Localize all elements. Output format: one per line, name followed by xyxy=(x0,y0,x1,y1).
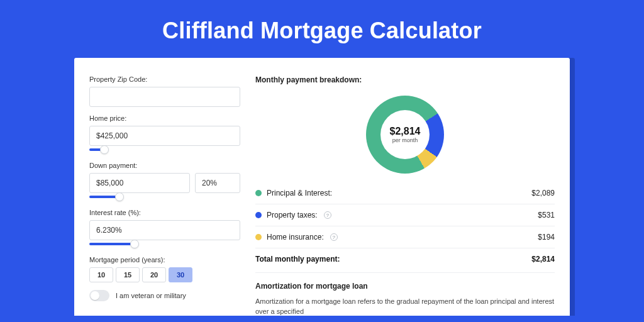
payment-donut-chart: $2,814 per month xyxy=(366,96,444,174)
period-option-15[interactable]: 15 xyxy=(116,267,140,282)
breakdown-item-value: $2,089 xyxy=(531,189,555,197)
breakdown-item-value: $531 xyxy=(538,211,555,219)
legend-dot-icon xyxy=(255,212,262,218)
donut-center: $2,814 per month xyxy=(380,110,430,159)
help-icon[interactable]: ? xyxy=(330,233,338,241)
rate-label: Interest rate (%): xyxy=(89,209,240,216)
down-amount-input[interactable] xyxy=(89,173,190,193)
field-zip: Property Zip Code: xyxy=(89,75,240,107)
price-slider[interactable] xyxy=(89,145,240,154)
field-down: Down payment: xyxy=(89,162,240,201)
rate-slider[interactable] xyxy=(89,240,240,248)
amort-title: Amortization for mortgage loan xyxy=(255,282,555,291)
breakdown-title: Monthly payment breakdown: xyxy=(255,75,555,84)
breakdown-lines: Principal & Interest:$2,089Property taxe… xyxy=(255,182,555,248)
breakdown-item-label: Principal & Interest: xyxy=(267,189,332,197)
field-rate: Interest rate (%): xyxy=(89,209,240,248)
rate-input[interactable] xyxy=(89,220,240,240)
help-icon[interactable]: ? xyxy=(324,211,331,219)
page-title: Cliffland Mortgage Calculator xyxy=(162,18,482,44)
donut-caption: per month xyxy=(392,137,418,143)
legend-dot-icon xyxy=(255,190,262,196)
inputs-panel: Property Zip Code: Home price: Down paym… xyxy=(89,75,240,316)
calculator-card: Property Zip Code: Home price: Down paym… xyxy=(74,58,570,316)
zip-label: Property Zip Code: xyxy=(89,75,240,83)
breakdown-row: Home insurance:?$194 xyxy=(255,226,555,248)
breakdown-row: Property taxes:?$531 xyxy=(255,204,555,226)
breakdown-item-label: Property taxes: xyxy=(267,211,318,219)
veteran-label: I am veteran or military xyxy=(116,292,186,299)
down-label: Down payment: xyxy=(89,162,240,169)
donut-amount: $2,814 xyxy=(390,126,421,137)
total-label: Total monthly payment: xyxy=(255,255,340,264)
price-label: Home price: xyxy=(89,114,240,122)
field-price: Home price: xyxy=(89,114,240,154)
period-label: Mortgage period (years): xyxy=(89,256,240,264)
breakdown-item-value: $194 xyxy=(538,233,555,242)
breakdown-item-label: Home insurance: xyxy=(267,233,324,242)
veteran-toggle[interactable] xyxy=(89,290,109,301)
total-value: $2,814 xyxy=(531,255,555,264)
results-panel: Monthly payment breakdown: $2,814 per mo… xyxy=(255,75,555,316)
period-options: 10152030 xyxy=(89,267,240,282)
field-veteran: I am veteran or military xyxy=(89,290,240,301)
period-option-10[interactable]: 10 xyxy=(89,267,113,282)
legend-dot-icon xyxy=(255,234,262,240)
amort-text: Amortization for a mortgage loan refers … xyxy=(255,297,555,316)
total-row: Total monthly payment: $2,814 xyxy=(255,248,555,272)
period-option-30[interactable]: 30 xyxy=(169,267,192,282)
field-period: Mortgage period (years): 10152030 xyxy=(89,256,240,282)
period-option-20[interactable]: 20 xyxy=(142,267,166,282)
price-input[interactable] xyxy=(89,126,240,146)
down-percent-input[interactable] xyxy=(195,173,240,193)
donut-wrap: $2,814 per month xyxy=(255,91,555,182)
down-slider[interactable] xyxy=(89,192,240,201)
zip-input[interactable] xyxy=(89,87,240,107)
amortization-section: Amortization for mortgage loan Amortizat… xyxy=(255,272,555,316)
breakdown-row: Principal & Interest:$2,089 xyxy=(255,182,555,204)
